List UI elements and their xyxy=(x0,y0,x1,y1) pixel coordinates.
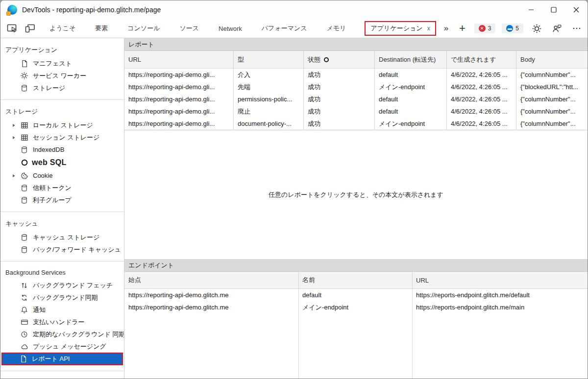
report-status: 成功 xyxy=(304,105,375,118)
device-emulation-icon[interactable] xyxy=(23,22,37,35)
gear-icon xyxy=(20,71,28,80)
report-row[interactable]: https://reporting-api-demo.gli... 廃止 成功 … xyxy=(124,105,588,118)
sidebar-item-session-storage[interactable]: セッション ストレージ xyxy=(0,131,124,143)
report-destination: default xyxy=(375,105,447,118)
sidebar-item-periodic-background-sync[interactable]: 定期的なバックグラウンド 同期 xyxy=(0,328,124,340)
sidebar-item-cache-storage[interactable]: キャッシュ ストレージ xyxy=(0,231,124,243)
endpoint-url: https://reports-endpoint.glitch.me/defau… xyxy=(412,289,588,301)
close-button[interactable] xyxy=(565,0,588,19)
sidebar-item-notifications[interactable]: 通知 xyxy=(0,304,124,316)
sidebar-item-label: 支払いハンドラー xyxy=(33,318,85,327)
col-generated-at[interactable]: で生成されます xyxy=(447,51,516,68)
report-type: permissions-polic... xyxy=(234,93,304,105)
error-count-badge[interactable]: ✕ 3 xyxy=(474,24,496,33)
issues-count-badge[interactable]: ▬ 5 xyxy=(502,24,523,33)
report-generated-at: 4/6/2022, 4:26:05 ... xyxy=(447,81,516,93)
sidebar-item-storage[interactable]: ストレージ xyxy=(0,82,124,94)
error-count: 3 xyxy=(488,25,491,32)
sidebar-item-web-sql[interactable]: web SQL xyxy=(0,156,124,169)
sidebar-item-background-fetch[interactable]: バックグラウンド フェッチ xyxy=(0,279,124,291)
clock-icon xyxy=(20,330,28,338)
report-row[interactable]: https://reporting-api-demo.gli... 介入 成功 … xyxy=(124,69,588,81)
add-tab-icon[interactable]: + xyxy=(459,22,466,35)
endpoint-origin: https://reporting-api-demo.glitch.me xyxy=(124,301,298,313)
feedback-person-icon[interactable] xyxy=(550,22,564,35)
col-url[interactable]: URL xyxy=(124,51,234,68)
sidebar-item-cookies[interactable]: Cookie xyxy=(0,169,124,182)
sidebar-item-label: 定期的なバックグラウンド 同期 xyxy=(33,330,124,339)
sidebar-item-label: サービス ワーカー xyxy=(33,71,86,80)
sidebar-item-label: IndexedDB xyxy=(33,146,64,153)
tab-network[interactable]: Network xyxy=(219,25,242,32)
sidebar-item-push-messaging[interactable]: プッシュ メッセージング xyxy=(0,340,124,353)
sidebar-item-label: キャッシュ ストレージ xyxy=(33,233,99,242)
settings-gear-icon[interactable] xyxy=(530,22,543,35)
report-body: {"blockedURL":"htt... xyxy=(516,81,588,93)
col-endpoint-url[interactable]: URL xyxy=(412,272,588,288)
window-title: DevTools - reporting-api-demo.glitch.me/… xyxy=(22,6,161,14)
col-status[interactable]: 状態 xyxy=(304,51,375,68)
circle-icon xyxy=(20,159,28,167)
report-row[interactable]: https://reporting-api-demo.gli... 先端 成功 … xyxy=(124,81,588,93)
file-icon xyxy=(20,59,28,68)
column-separator xyxy=(412,272,413,379)
endpoint-url: https://reports-endpoint.glitch.me/main xyxy=(412,301,588,313)
sidebar-item-label: ローカル ストレージ xyxy=(33,121,93,130)
title-bar: DevTools - reporting-api-demo.glitch.me/… xyxy=(0,0,588,19)
report-url: https://reporting-api-demo.gli... xyxy=(124,105,234,118)
sidebar-item-local-storage[interactable]: ローカル ストレージ xyxy=(0,119,124,131)
bell-icon xyxy=(20,306,28,314)
tab-application-active[interactable]: アプリケーション x xyxy=(365,21,436,36)
more-options-icon[interactable] xyxy=(570,22,584,35)
tab-close-icon[interactable]: x xyxy=(427,25,430,32)
report-row[interactable]: https://reporting-api-demo.gli... permis… xyxy=(124,93,588,105)
more-tabs-chevron-icon[interactable]: » xyxy=(444,24,448,33)
report-destination: メイン-endpoint xyxy=(375,81,447,93)
report-row[interactable]: https://reporting-api-demo.gli... docume… xyxy=(124,118,588,130)
sidebar-section-application: アプリケーション マニフェスト サービス ワーカー ストレージ xyxy=(0,38,124,94)
report-type: 介入 xyxy=(234,69,304,81)
section-title: ストレージ xyxy=(0,105,124,119)
sidebar-item-service-workers[interactable]: サービス ワーカー xyxy=(0,70,124,82)
error-icon: ✕ xyxy=(479,25,486,32)
col-type[interactable]: 型 xyxy=(234,51,304,68)
report-generated-at: 4/6/2022, 4:26:05 ... xyxy=(447,69,516,81)
sidebar-item-indexeddb[interactable]: IndexedDB xyxy=(0,143,124,156)
report-status: 成功 xyxy=(304,69,375,81)
report-url: https://reporting-api-demo.gli... xyxy=(124,93,234,105)
edge-devtools-logo-icon xyxy=(7,5,17,15)
sidebar-item-reporting-api[interactable]: レポート API xyxy=(1,353,123,365)
sidebar-item-label: プッシュ メッセージング xyxy=(33,342,106,351)
tab-memory[interactable]: メモリ xyxy=(327,24,346,33)
col-origin[interactable]: 始点 xyxy=(124,272,298,288)
col-name[interactable]: 名前 xyxy=(298,272,412,288)
tab-performance[interactable]: パフォーマンス xyxy=(262,24,307,33)
sidebar-item-label: セッション ストレージ xyxy=(33,133,99,142)
expander-triangle-icon[interactable] xyxy=(11,173,20,178)
sidebar-item-payment-handler[interactable]: 支払いハンドラー xyxy=(0,316,124,328)
sidebar-item-interest-groups[interactable]: 利子グループ xyxy=(0,194,124,206)
col-destination[interactable]: Destination (転送先) xyxy=(375,51,447,68)
col-body[interactable]: Body xyxy=(516,51,588,68)
tab-sources[interactable]: ソース xyxy=(179,24,199,33)
inspect-element-icon[interactable] xyxy=(5,22,19,35)
reports-section-bar: レポート xyxy=(124,38,588,51)
tab-console[interactable]: コンソール xyxy=(127,24,160,33)
tab-welcome[interactable]: ようこそ xyxy=(49,24,75,33)
sidebar-section-background-services: Background Services バックグラウンド フェッチ バックグラウ… xyxy=(0,261,124,365)
report-destination: default xyxy=(375,69,447,81)
expander-triangle-icon[interactable] xyxy=(11,123,20,128)
sidebar-item-trust-tokens[interactable]: 信頼トークン xyxy=(0,182,124,194)
tab-elements[interactable]: 要素 xyxy=(95,24,108,33)
report-type: 廃止 xyxy=(234,105,304,118)
maximize-button[interactable] xyxy=(542,0,565,19)
endpoints-title: エンドポイント xyxy=(128,261,174,270)
col-status-label: 状態 xyxy=(308,55,320,64)
report-body-placeholder: 任意のレポートをクリックすると、その本文が表示されます xyxy=(124,130,588,259)
report-generated-at: 4/6/2022, 4:26:05 ... xyxy=(447,105,516,118)
sidebar-item-background-sync[interactable]: バックグラウンド同期 xyxy=(0,291,124,304)
sidebar-item-back-forward-cache[interactable]: バック/フォワード キャッシュ xyxy=(0,243,124,256)
sidebar-item-manifest[interactable]: マニフェスト xyxy=(0,57,124,70)
expander-triangle-icon[interactable] xyxy=(11,135,20,140)
minimize-button[interactable] xyxy=(520,0,542,19)
